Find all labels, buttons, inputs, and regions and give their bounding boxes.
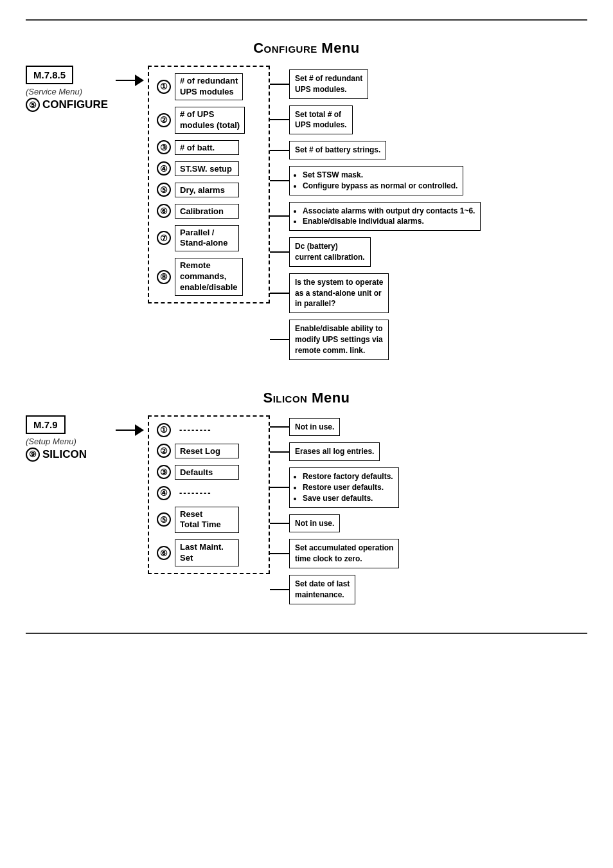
silicon-item-4-num: ④ bbox=[157, 486, 171, 500]
configure-connector-8 bbox=[270, 339, 289, 340]
configure-connector-1 bbox=[270, 84, 289, 85]
silicon-arrow-line bbox=[116, 429, 135, 431]
silicon-dashed-area: ① -------- ② Reset Log ③ Defaults bbox=[148, 415, 399, 607]
silicon-desc-4: Not in use. bbox=[289, 514, 340, 533]
silicon-desc-2: Erases all log entries. bbox=[289, 442, 380, 461]
silicon-item-2-num: ② bbox=[157, 444, 171, 458]
configure-connector-3 bbox=[270, 150, 289, 151]
silicon-desc-3-row: Restore factory defaults. Restore user d… bbox=[270, 467, 399, 507]
silicon-title-rest: Menu bbox=[307, 390, 350, 406]
configure-item-2-num: ② bbox=[157, 113, 171, 127]
silicon-left-block: M.7.9 (Setup Menu) ⑨ SILICON bbox=[26, 415, 109, 462]
configure-title-smallcaps: Configure bbox=[253, 40, 317, 56]
configure-desc-2-row: Set total # ofUPS modules. bbox=[270, 105, 481, 135]
configure-desc-1-row: Set # of redundantUPS modules. bbox=[270, 69, 481, 99]
silicon-name-text: SILICON bbox=[42, 448, 87, 461]
configure-item-7-num: ⑦ bbox=[157, 231, 171, 245]
configure-item-3-num: ③ bbox=[157, 140, 171, 154]
silicon-item-2: ② Reset Log bbox=[157, 444, 261, 458]
configure-desc-6: Dc (battery)current calibration. bbox=[289, 237, 371, 267]
silicon-item-1-label: -------- bbox=[175, 423, 226, 437]
silicon-section: Silicon Menu M.7.9 (Setup Menu) ⑨ SILICO… bbox=[26, 390, 587, 607]
configure-desc-5-row: Associate alarms with output dry contact… bbox=[270, 202, 481, 231]
configure-item-8: ⑧ Remotecommands,enable/disable bbox=[157, 258, 261, 296]
silicon-menu-id: M.7.9 bbox=[26, 415, 66, 434]
silicon-item-6-label: Last Maint.Set bbox=[175, 539, 239, 566]
configure-item-2-label: # of UPSmodules (total) bbox=[175, 107, 245, 134]
configure-left-block: M.7.8.5 (Service Menu) ⑤ CONFIGURE bbox=[26, 66, 109, 112]
silicon-connector-4 bbox=[270, 523, 289, 524]
silicon-desc-4-row: Not in use. bbox=[270, 514, 399, 533]
configure-desc-5: Associate alarms with output dry contact… bbox=[289, 202, 481, 231]
configure-layout: M.7.8.5 (Service Menu) ⑤ CONFIGURE ① bbox=[26, 66, 587, 364]
silicon-title: Silicon Menu bbox=[26, 390, 587, 406]
silicon-layout: M.7.9 (Setup Menu) ⑨ SILICON ① bbox=[26, 415, 587, 607]
configure-item-5: ⑤ Dry, alarms bbox=[157, 183, 261, 197]
configure-item-8-num: ⑧ bbox=[157, 270, 171, 284]
configure-item-2: ② # of UPSmodules (total) bbox=[157, 107, 261, 134]
silicon-item-4-label: -------- bbox=[175, 486, 226, 500]
silicon-menu-name: ⑨ SILICON bbox=[26, 448, 87, 462]
configure-item-5-label: Dry, alarms bbox=[175, 183, 239, 197]
bottom-rule bbox=[26, 633, 587, 634]
silicon-arrow bbox=[116, 424, 144, 436]
silicon-item-2-label: Reset Log bbox=[175, 444, 239, 458]
configure-item-6-label: Calibration bbox=[175, 204, 239, 219]
configure-item-6: ⑥ Calibration bbox=[157, 204, 261, 219]
configure-desc-3-row: Set # of battery strings. bbox=[270, 141, 481, 159]
silicon-desc-1: Not in use. bbox=[289, 418, 340, 437]
silicon-desc-5: Set accumulated operationtime clock to z… bbox=[289, 539, 399, 568]
configure-desc-2: Set total # ofUPS modules. bbox=[289, 105, 353, 135]
configure-desc-3: Set # of battery strings. bbox=[289, 141, 386, 159]
configure-item-1: ① # of redundantUPS modules bbox=[157, 73, 261, 100]
configure-arrow-line bbox=[116, 80, 135, 81]
configure-connector-5 bbox=[270, 215, 289, 217]
configure-desc-7: Is the system to operateas a stand-alone… bbox=[289, 273, 389, 313]
configure-item-1-label: # of redundantUPS modules bbox=[175, 73, 243, 100]
silicon-menu-parent: (Setup Menu) bbox=[26, 437, 76, 446]
configure-desc-8-row: Enable/disable ability tomodify UPS sett… bbox=[270, 320, 481, 359]
top-rule bbox=[26, 19, 587, 21]
silicon-desc-1-row: Not in use. bbox=[270, 418, 399, 437]
silicon-desc-5-row: Set accumulated operationtime clock to z… bbox=[270, 539, 399, 568]
configure-menu-parent: (Service Menu) bbox=[26, 87, 82, 96]
configure-item-6-num: ⑥ bbox=[157, 204, 171, 218]
silicon-item-1: ① -------- bbox=[157, 423, 261, 437]
configure-desc-1: Set # of redundantUPS modules. bbox=[289, 69, 368, 99]
silicon-desc-6: Set date of lastmaintenance. bbox=[289, 575, 355, 604]
silicon-item-5-label: ResetTotal Time bbox=[175, 507, 239, 534]
configure-desc-8: Enable/disable ability tomodify UPS sett… bbox=[289, 320, 389, 359]
silicon-item-4: ④ -------- bbox=[157, 486, 261, 500]
silicon-item-6-num: ⑥ bbox=[157, 546, 171, 560]
configure-item-7: ⑦ Parallel /Stand-alone bbox=[157, 225, 261, 252]
silicon-menu-items: ① -------- ② Reset Log ③ Defaults bbox=[157, 423, 261, 567]
configure-desc-7-row: Is the system to operateas a stand-alone… bbox=[270, 273, 481, 313]
silicon-item-3: ③ Defaults bbox=[157, 465, 261, 480]
silicon-item-1-num: ① bbox=[157, 423, 171, 437]
configure-item-3: ③ # of batt. bbox=[157, 140, 261, 155]
silicon-dashed-box: ① -------- ② Reset Log ③ Defaults bbox=[148, 415, 270, 575]
silicon-connector-3 bbox=[270, 487, 289, 488]
configure-menu-items: ① # of redundantUPS modules ② # of UPSmo… bbox=[157, 73, 261, 296]
silicon-desc-2-row: Erases all log entries. bbox=[270, 442, 399, 461]
configure-dashed-box: ① # of redundantUPS modules ② # of UPSmo… bbox=[148, 66, 270, 303]
silicon-desc-3: Restore factory defaults. Restore user d… bbox=[289, 467, 399, 507]
configure-desc-4-row: Set STSW mask. Configure bypass as norma… bbox=[270, 166, 481, 195]
configure-title: Configure Menu bbox=[26, 40, 587, 57]
silicon-item-5-num: ⑤ bbox=[157, 512, 171, 527]
configure-connector-4 bbox=[270, 180, 289, 181]
configure-desc-column: Set # of redundantUPS modules. Set total… bbox=[270, 66, 481, 364]
silicon-connector-2 bbox=[270, 451, 289, 453]
configure-item-4-label: ST.SW. setup bbox=[175, 161, 239, 176]
configure-item-7-label: Parallel /Stand-alone bbox=[175, 225, 239, 252]
configure-item-1-num: ① bbox=[157, 80, 171, 94]
configure-title-rest: Menu bbox=[317, 40, 360, 56]
silicon-desc-column: Not in use. Erases all log entries. Rest… bbox=[270, 415, 399, 607]
configure-menu-name: ⑤ CONFIGURE bbox=[26, 98, 108, 112]
silicon-circle-num: ⑨ bbox=[26, 448, 40, 462]
page-container: Configure Menu M.7.8.5 (Service Menu) ⑤ … bbox=[0, 0, 613, 868]
configure-item-5-num: ⑤ bbox=[157, 183, 171, 197]
silicon-desc-6-row: Set date of lastmaintenance. bbox=[270, 575, 399, 604]
silicon-item-3-label: Defaults bbox=[175, 465, 239, 480]
configure-name-text: CONFIGURE bbox=[42, 98, 108, 111]
